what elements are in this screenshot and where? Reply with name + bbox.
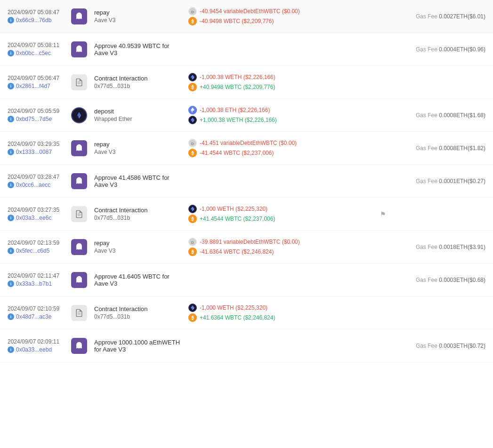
gas-fee: Gas Fee 0.0018ETH($3.91) <box>391 244 485 250</box>
action-sub: Wrapped Ether <box>94 116 184 122</box>
tx-datetime: 2024/09/07 05:06:47 <box>8 75 69 81</box>
address-link[interactable]: 0x33a3...b7b1 <box>16 280 52 287</box>
tx-datetime: 2024/09/07 02:11:47 <box>8 272 69 279</box>
tx-icon-col <box>69 239 89 255</box>
tx-datetime: 2024/09/07 02:13:59 <box>8 240 69 246</box>
amounts-col: -1,000 WETH ($2,225,320)₿+41.6364 WBTC (… <box>184 304 391 322</box>
info-icon[interactable]: i <box>8 248 14 254</box>
address-link[interactable]: 0x48d7...ac3e <box>16 313 51 320</box>
address-link[interactable]: 0x5fec...c6d5 <box>16 248 49 254</box>
tx-datetime: 2024/09/07 03:29:35 <box>8 141 69 147</box>
table-row: 2024/09/07 03:28:47i0x0cc6...aecc Approv… <box>0 165 493 198</box>
gas-fee: Gas Fee 0.0003ETH($0.68) <box>391 277 485 283</box>
gas-fee: Gas Fee 0.0008ETH($1.82) <box>391 145 485 152</box>
amounts-col: D-40.9454 variableDebtEthWBTC ($0.00)₿-4… <box>184 7 391 25</box>
address-link[interactable]: 0xb0bc...c5ec <box>16 50 51 56</box>
amount-row: ₿-41.6364 WBTC ($2,246,824) <box>188 248 387 256</box>
tx-icon-col <box>69 41 89 57</box>
table-row: 2024/09/07 05:08:47i0x66c9...76db repayA… <box>0 0 493 33</box>
info-icon[interactable]: i <box>8 280 14 287</box>
action-name: Contract Interaction <box>94 207 184 214</box>
info-icon[interactable]: i <box>8 149 14 155</box>
tx-icon-col <box>69 173 89 189</box>
amount-value: -39.8891 variableDebtEthWBTC ($0.00) <box>200 239 300 245</box>
amount-value: -41.6364 WBTC ($2,246,824) <box>200 248 274 255</box>
action-name: Approve 41.6405 WBTC for Aave V3 <box>94 273 184 287</box>
action-name: repay <box>94 9 184 16</box>
action-name: repay <box>94 141 184 148</box>
tx-datetime: 2024/09/07 05:08:47 <box>8 9 69 16</box>
amount-value: -41.4544 WBTC ($2,237,006) <box>200 150 274 156</box>
amounts-col: -1,000 WETH ($2,225,320)₿+41.4544 WBTC (… <box>184 205 380 223</box>
tx-datetime: 2024/09/07 05:05:59 <box>8 108 69 114</box>
gas-fee: Gas Fee 0.0001ETH($0.27) <box>391 178 485 184</box>
svg-text:₿: ₿ <box>191 249 194 255</box>
tx-icon-col <box>69 74 89 90</box>
svg-text:₿: ₿ <box>191 315 194 320</box>
tx-icon-col <box>69 272 89 288</box>
address-link[interactable]: 0x66c9...76db <box>16 17 51 24</box>
table-row: 2024/09/07 02:13:59i0x5fec...c6d5 repayA… <box>0 231 493 264</box>
tx-datetime: 2024/09/07 02:09:11 <box>8 338 69 345</box>
amount-value: +41.4544 WBTC ($2,237,006) <box>200 216 275 222</box>
tx-datetime: 2024/09/07 05:08:11 <box>8 42 69 48</box>
amount-row: ₿-40.9498 WBTC ($2,209,776) <box>188 17 387 25</box>
amount-row: -1,000 WETH ($2,225,320) <box>188 205 375 213</box>
action-name: Approve 40.9539 WBTC for Aave V3 <box>94 42 184 56</box>
info-icon[interactable]: i <box>8 215 14 221</box>
table-row: 2024/09/07 02:10:59i0x48d7...ac3e Contra… <box>0 296 493 329</box>
address-link[interactable]: 0x1333...0087 <box>16 149 52 155</box>
info-icon[interactable]: i <box>8 17 14 24</box>
amount-value: -1,000.38 WETH ($2,226,166) <box>200 74 275 80</box>
info-icon[interactable]: i <box>8 116 14 122</box>
amount-row: D-39.8891 variableDebtEthWBTC ($0.00) <box>188 238 387 246</box>
amount-row: ₿+41.6364 WBTC ($2,246,824) <box>188 313 387 322</box>
info-icon[interactable]: i <box>8 182 14 188</box>
amount-row: ₿+40.9498 WBTC ($2,209,776) <box>188 83 387 91</box>
info-icon[interactable]: i <box>8 346 14 353</box>
amounts-col: -1,000.38 WETH ($2,226,166)₿+40.9498 WBT… <box>184 73 391 91</box>
svg-text:D: D <box>191 10 194 14</box>
amounts-col: -1,000.38 ETH ($2,226,166)+1,000.38 WETH… <box>184 106 391 124</box>
amount-value: +41.6364 WBTC ($2,246,824) <box>200 314 275 321</box>
address-link[interactable]: 0x0a33...eebd <box>16 346 52 353</box>
info-icon[interactable]: i <box>8 83 14 89</box>
amount-value: -40.9454 variableDebtEthWBTC ($0.00) <box>200 8 300 15</box>
tx-datetime: 2024/09/07 03:28:47 <box>8 174 69 180</box>
action-name: Contract Interaction <box>94 305 184 312</box>
amount-value: -40.9498 WBTC ($2,209,776) <box>200 18 274 24</box>
amounts-col: D-39.8891 variableDebtEthWBTC ($0.00)₿-4… <box>184 238 391 256</box>
address-link[interactable]: 0x2861...f4d7 <box>16 83 50 89</box>
action-sub: 0x77d5...031b <box>94 215 184 221</box>
amount-row: -1,000.38 ETH ($2,226,166) <box>188 106 387 114</box>
action-sub: 0x77d5...031b <box>94 83 184 89</box>
table-row: 2024/09/07 05:08:11i0xb0bc...c5ec Approv… <box>0 33 493 66</box>
tx-icon-col <box>69 140 89 156</box>
amount-row: D-40.9454 variableDebtEthWBTC ($0.00) <box>188 7 387 16</box>
amount-value: -41.451 variableDebtEthWBTC ($0.00) <box>200 140 297 146</box>
action-name: Contract Interaction <box>94 75 184 82</box>
amount-row: -1,000.38 WETH ($2,226,166) <box>188 73 387 81</box>
gas-fee: Gas Fee 0.0003ETH($0.72) <box>391 343 485 349</box>
address-link[interactable]: 0xbd75...7d5e <box>16 116 52 122</box>
amount-value: +1,000.38 WETH ($2,226,166) <box>200 117 277 123</box>
info-icon[interactable]: i <box>8 50 14 56</box>
amount-row: -1,000 WETH ($2,225,320) <box>188 304 387 312</box>
table-row: 2024/09/07 03:29:35i0x1333...0087 repayA… <box>0 132 493 165</box>
gas-fee: Gas Fee 0.0008ETH($1.68) <box>391 112 485 119</box>
tx-datetime: 2024/09/07 03:27:35 <box>8 207 69 213</box>
tx-icon-col <box>69 338 89 354</box>
tx-icon-col <box>69 206 89 222</box>
info-icon[interactable]: i <box>8 313 14 320</box>
amount-value: -1,000 WETH ($2,225,320) <box>200 206 267 212</box>
action-name: Approve 41.4586 WBTC for Aave V3 <box>94 174 184 188</box>
address-link[interactable]: 0x0cc6...aecc <box>16 182 50 188</box>
table-row: 2024/09/07 02:11:47i0x33a3...b7b1 Approv… <box>0 264 493 296</box>
svg-text:₿: ₿ <box>191 216 194 222</box>
flag-icon: ⚑ <box>380 210 386 218</box>
table-row: 2024/09/07 03:27:35i0x03a3...ee6c Contra… <box>0 198 493 231</box>
svg-text:₿: ₿ <box>191 19 194 24</box>
address-link[interactable]: 0x03a3...ee6c <box>16 215 51 221</box>
action-name: Approve 1000.1000 aEthWETH for Aave V3 <box>94 339 184 353</box>
action-sub: 0x77d5...031b <box>94 313 184 320</box>
